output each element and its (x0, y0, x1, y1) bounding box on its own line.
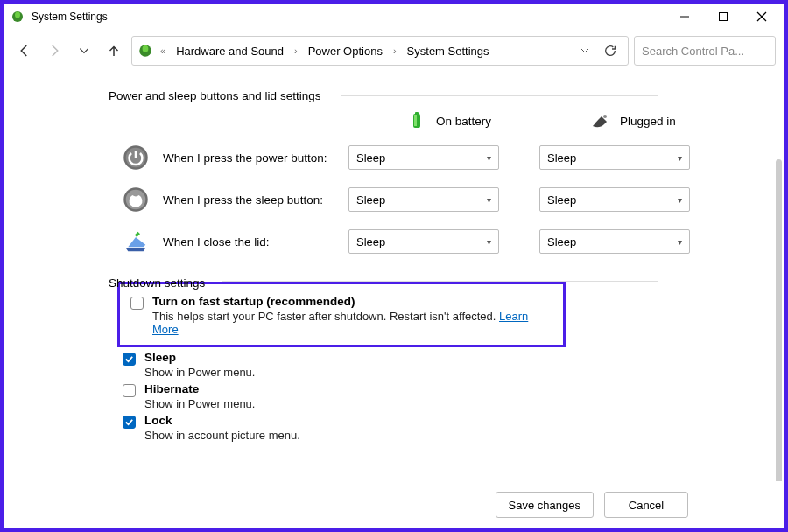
svg-rect-3 (720, 13, 728, 21)
chevron-down-icon: ▾ (678, 195, 682, 205)
svg-point-1 (15, 11, 20, 18)
dropdown-value: Sleep (356, 151, 385, 164)
plug-icon (590, 110, 611, 131)
save-button[interactable]: Save changes (496, 492, 594, 518)
svg-point-13 (603, 115, 607, 118)
nav-recent-button[interactable] (72, 38, 96, 63)
nav-up-button[interactable] (102, 38, 126, 63)
checkbox-lock[interactable] (123, 416, 136, 429)
battery-icon (406, 110, 427, 131)
option-lock-sub: Show in account picture menu. (144, 429, 300, 442)
window-title: System Settings (32, 10, 108, 23)
nav-forward-button[interactable] (42, 38, 67, 63)
chevron-down-icon: ▾ (487, 195, 491, 205)
row-lid-label: When I close the lid: (163, 235, 334, 248)
svg-rect-11 (415, 112, 419, 115)
col-battery-label: On battery (436, 115, 491, 128)
option-lock-title: Lock (144, 414, 172, 427)
maximize-button[interactable] (704, 4, 742, 29)
option-hibernate: Hibernate Show in Power menu. (123, 382, 763, 410)
dropdown-value: Sleep (547, 193, 576, 206)
power-icon (123, 144, 149, 171)
option-fast-startup: Turn on fast startup (recommended) This … (130, 295, 554, 336)
search-box[interactable] (634, 36, 776, 66)
option-fast-sub: This helps start your PC faster after sh… (152, 310, 554, 336)
dropdown-value: Sleep (547, 151, 576, 164)
chevron-down-icon: ▾ (678, 153, 682, 163)
breadcrumb-item-power[interactable]: Power Options (303, 43, 388, 60)
scrollbar[interactable] (776, 159, 782, 481)
address-bar[interactable]: « Hardware and Sound › Power Options › S… (131, 36, 629, 66)
checkbox-hibernate[interactable] (123, 384, 136, 397)
app-icon (11, 10, 25, 24)
nav-back-button[interactable] (12, 38, 37, 63)
option-sleep-sub: Show in Power menu. (144, 366, 255, 379)
svg-point-7 (143, 46, 149, 52)
cancel-button[interactable]: Cancel (604, 492, 688, 518)
row-close-lid: When I close the lid: Sleep ▾ Sleep ▾ (123, 224, 763, 259)
minimize-button[interactable] (665, 4, 704, 29)
address-history-button[interactable] (575, 46, 595, 56)
row-power-label: When I press the power button: (163, 151, 334, 164)
chevron-down-icon: ▾ (487, 237, 491, 247)
dropdown-sleep-plugged[interactable]: Sleep ▾ (539, 187, 690, 212)
refresh-button[interactable] (598, 44, 623, 58)
col-plugged-in: Plugged in (590, 110, 739, 131)
divider (341, 95, 658, 96)
chevron-down-icon: ▾ (487, 153, 491, 163)
row-power-button: When I press the power button: Sleep ▾ S… (123, 140, 763, 175)
option-sleep: Sleep Show in Power menu. (123, 351, 763, 379)
fast-startup-highlight: Turn on fast startup (recommended) This … (117, 282, 566, 347)
breadcrumb-item-system[interactable]: System Settings (402, 43, 495, 60)
dropdown-power-battery[interactable]: Sleep ▾ (348, 145, 499, 170)
checkbox-sleep[interactable] (123, 353, 136, 366)
laptop-lid-icon (123, 228, 149, 255)
content-area: Power and sleep buttons and lid settings… (4, 72, 784, 481)
dropdown-lid-battery[interactable]: Sleep ▾ (348, 229, 499, 254)
option-sleep-title: Sleep (144, 351, 176, 364)
row-sleep-label: When I press the sleep button: (163, 193, 334, 206)
search-input[interactable] (642, 45, 788, 58)
dropdown-value: Sleep (356, 193, 385, 206)
close-button[interactable] (742, 4, 781, 29)
titlebar: System Settings (4, 4, 784, 30)
breadcrumb-item-hardware[interactable]: Hardware and Sound (171, 43, 289, 60)
option-lock: Lock Show in account picture menu. (123, 414, 763, 442)
column-headers: On battery Plugged in (109, 110, 763, 131)
dropdown-sleep-battery[interactable]: Sleep ▾ (348, 187, 499, 212)
sleep-icon (123, 186, 149, 213)
svg-rect-12 (414, 115, 417, 126)
footer: Save changes Cancel (4, 481, 784, 528)
checkbox-fast-startup[interactable] (130, 297, 144, 310)
col-plugged-label: Plugged in (620, 115, 676, 128)
chevron-right-icon: › (391, 46, 398, 56)
option-fast-title: Turn on fast startup (recommended) (152, 295, 355, 308)
dropdown-value: Sleep (547, 235, 576, 248)
breadcrumb-ellipsis[interactable]: « (158, 46, 167, 56)
dropdown-lid-plugged[interactable]: Sleep ▾ (539, 229, 690, 254)
option-hibernate-title: Hibernate (144, 382, 199, 396)
col-on-battery: On battery (406, 110, 555, 131)
toolbar: « Hardware and Sound › Power Options › S… (4, 30, 784, 72)
dropdown-power-plugged[interactable]: Sleep ▾ (539, 145, 690, 170)
row-sleep-button: When I press the sleep button: Sleep ▾ S… (123, 182, 763, 217)
address-icon (137, 43, 153, 59)
chevron-right-icon: › (292, 46, 299, 56)
chevron-down-icon: ▾ (678, 237, 682, 247)
dropdown-value: Sleep (356, 235, 385, 248)
option-hibernate-sub: Show in Power menu. (144, 397, 255, 410)
